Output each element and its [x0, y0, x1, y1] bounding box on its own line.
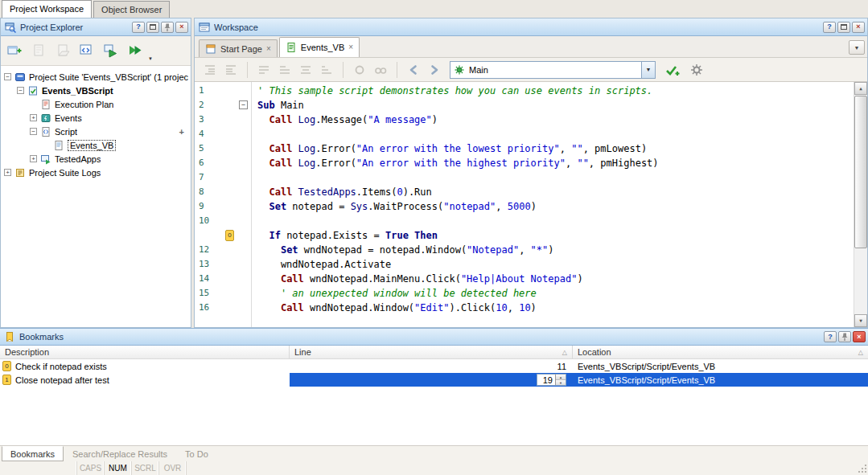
expander-plus-icon[interactable]: + [4, 169, 11, 176]
panel-tab-bookmarks[interactable]: Bookmarks [2, 446, 64, 461]
line-number: 13 [199, 257, 209, 272]
project-explorer-pin-button[interactable] [161, 22, 174, 33]
run-modes-dropdown-icon[interactable]: ▼ [148, 56, 153, 65]
code-line-14[interactable]: 14 Call wndNotepad.MainMenu.Click("Help|… [195, 272, 854, 286]
code-line-8[interactable]: 8 Call TestedApps.Items(0).Run [195, 185, 854, 199]
bookmarks-column-header: DescriptionLine△Location△ [0, 346, 868, 359]
code-line-13[interactable]: 13 wndNotepad.Activate [195, 257, 854, 272]
workspace-help-button[interactable]: ? [823, 22, 836, 33]
tree-item-script[interactable]: −Script+ [1, 125, 191, 138]
tree-item-events-vb[interactable]: Events_VB [1, 138, 191, 152]
code-line-5[interactable]: 5 Call Log.Error("An error with the lowe… [195, 141, 854, 156]
bookmark-row[interactable]: 0Check if notepad exists11Events_VBScrip… [0, 359, 868, 373]
bookmarks-help-button[interactable]: ? [824, 331, 837, 342]
add-script-unit-icon[interactable]: + [179, 127, 184, 137]
close-tab-icon[interactable]: × [348, 43, 353, 51]
project-explorer-close-button[interactable]: × [175, 22, 188, 33]
scroll-down-icon[interactable]: ▼ [854, 314, 867, 327]
navigate-back-button[interactable] [405, 61, 422, 79]
resize-grip-icon[interactable] [857, 461, 868, 475]
project-explorer-restore-button[interactable] [146, 22, 159, 33]
project-explorer-title: Project Explorer [20, 23, 128, 32]
code-editor[interactable]: 1' This sample script demonstrates how y… [195, 82, 867, 327]
start-page-icon [205, 43, 216, 55]
document-tabstrip: Start Page×Events_VB× ▼ [195, 36, 867, 58]
panel-tab-search-replace-results[interactable]: Search/Replace Results [64, 446, 176, 461]
code-line-11[interactable]: 0 If notepad.Exists = True Then [195, 228, 854, 243]
code-line-9[interactable]: 9 Set notepad = Sys.WaitProcess("notepad… [195, 199, 854, 214]
code-line-1[interactable]: 1' This sample script demonstrates how y… [195, 84, 854, 98]
document-tab-events-vb[interactable]: Events_VB× [279, 37, 360, 57]
line-number: 7 [199, 170, 204, 185]
scroll-up-icon[interactable]: ▲ [854, 82, 867, 95]
bookmark-row[interactable]: 1Close notepad after test19▲▼Events_VBSc… [0, 373, 868, 387]
bookmarks-pin-button[interactable] [838, 331, 851, 342]
expander-minus-icon[interactable]: − [17, 87, 24, 94]
add-project-button[interactable] [3, 40, 25, 62]
editor-options-button[interactable] [688, 61, 706, 79]
status-num: NUM [105, 461, 132, 475]
tree-item-events[interactable]: +Events [1, 111, 191, 125]
code-line-4[interactable]: 4 [195, 127, 854, 141]
status-bar: CAPSNUMSCRLOVR [0, 461, 868, 475]
code-line-10[interactable]: 10 [195, 214, 854, 228]
tree-item-execution-plan[interactable]: Execution Plan [1, 97, 191, 111]
line-number: 1 [199, 84, 204, 98]
code-line-12[interactable]: 12 Set wndNotepad = notepad.Window("Note… [195, 243, 854, 257]
tab-list-dropdown-icon[interactable]: ▼ [849, 40, 865, 55]
tree-item-project-suite-logs[interactable]: +Project Suite Logs [1, 166, 191, 179]
code-line-7[interactable]: 7 [195, 170, 854, 185]
spinner-down-icon[interactable]: ▼ [556, 380, 566, 385]
routine-dropdown-icon[interactable]: ▼ [641, 62, 655, 78]
add-checkpoint-button[interactable] [664, 61, 681, 79]
document-tabs: Start Page×Events_VB× [199, 37, 361, 57]
expander-minus-icon[interactable]: − [4, 73, 11, 80]
tree-item-project-suite-events-vbscript-1-projec[interactable]: −Project Suite 'Events_VBScript' (1 proj… [1, 70, 191, 84]
column-header-description[interactable]: Description [0, 346, 290, 358]
workspace-close-button[interactable]: × [852, 22, 865, 33]
tree-item-testedapps[interactable]: +TestedApps [1, 152, 191, 166]
line-spinner[interactable]: ▲▼ [555, 375, 566, 385]
expander-minus-icon[interactable]: − [30, 128, 37, 135]
tree-item-label: Script [55, 127, 77, 137]
status-caps: CAPS [77, 461, 105, 475]
column-header-location[interactable]: Location△ [573, 346, 868, 358]
run-project-button[interactable] [100, 40, 121, 62]
line-number-editor[interactable]: 19▲▼ [537, 374, 566, 386]
outdent-icon [224, 63, 238, 77]
workspace-restore-button[interactable] [837, 22, 850, 33]
code-editor-button[interactable] [76, 40, 97, 62]
bookmark-icon: 1 [2, 375, 11, 385]
comment-lines-icon [257, 63, 271, 77]
column-header-line[interactable]: Line△ [290, 346, 573, 358]
close-tab-icon[interactable]: × [266, 45, 271, 53]
scrollbar-thumb[interactable] [854, 96, 867, 248]
code-line-2[interactable]: 2−Sub Main [195, 98, 854, 113]
expander-plus-icon[interactable]: + [30, 155, 37, 162]
bookmarks-close-button[interactable]: × [853, 331, 866, 342]
routine-selector[interactable]: Main ▼ [450, 61, 656, 79]
panel-tab-to-do[interactable]: To Do [176, 446, 217, 461]
fold-collapse-icon[interactable]: − [239, 100, 248, 109]
bookmark-gutter-icon[interactable]: 0 [225, 230, 234, 241]
tree-item-label: Execution Plan [55, 100, 113, 109]
project-explorer-help-button[interactable]: ? [132, 22, 145, 33]
spinner-up-icon[interactable]: ▲ [556, 375, 566, 380]
expander-plus-icon[interactable]: + [30, 114, 37, 121]
navigate-forward-button[interactable] [426, 61, 443, 79]
tree-item-events-vbscript[interactable]: −Events_VBScript [1, 84, 191, 97]
window-tab-project-workspace[interactable]: Project Workspace [2, 0, 92, 18]
editor-scrollbar[interactable]: ▲ ▼ [854, 82, 867, 327]
line-number-value: 19 [537, 375, 555, 385]
workspace-header: Workspace ?× [195, 18, 867, 36]
document-tab-start-page[interactable]: Start Page× [199, 39, 278, 57]
code-line-6[interactable]: 6 Call Log.Error("An error with the high… [195, 156, 854, 170]
code-line-16[interactable]: 16 Call wndNotepad.Window("Edit").Click(… [195, 301, 854, 315]
line-number: 16 [199, 301, 209, 315]
code-area[interactable]: 1' This sample script demonstrates how y… [195, 84, 854, 315]
format-lines-button [297, 61, 315, 79]
window-tab-object-browser[interactable]: Object Browser [93, 1, 170, 18]
run-suite-button[interactable] [124, 40, 146, 62]
code-line-3[interactable]: 3 Call Log.Message("A message") [195, 113, 854, 127]
code-line-15[interactable]: 15 ' an unexpected window will be detect… [195, 286, 854, 301]
